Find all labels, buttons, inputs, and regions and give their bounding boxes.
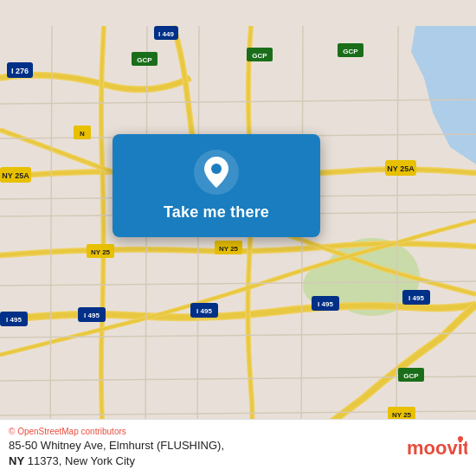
svg-text:GCP: GCP (137, 56, 152, 64)
svg-point-57 (458, 436, 463, 441)
map-svg: I 276 GCP GCP GCP NY 25A NY 25A N NY 25 … (0, 0, 476, 476)
svg-text:N: N (80, 130, 85, 138)
svg-rect-0 (0, 26, 476, 450)
svg-text:I 495: I 495 (196, 307, 212, 315)
address-block: © OpenStreetMap contributors 85-50 Whitn… (9, 427, 398, 469)
bottom-bar: © OpenStreetMap contributors 85-50 Whitn… (0, 419, 476, 476)
address-text: 85-50 Whitney Ave, Elmhurst (FLUSHING), … (9, 438, 398, 469)
svg-text:NY 25A: NY 25A (387, 164, 415, 173)
svg-text:I 449: I 449 (158, 30, 174, 38)
svg-text:moovit: moovit (407, 437, 467, 459)
svg-text:I 495: I 495 (84, 312, 100, 319)
svg-text:NY 25A: NY 25A (2, 171, 29, 180)
svg-text:GCP: GCP (343, 48, 358, 55)
svg-point-55 (211, 164, 222, 174)
svg-text:NY 25: NY 25 (219, 245, 239, 253)
moovit-logo-svg: moovit (407, 434, 467, 461)
svg-text:I 495: I 495 (318, 300, 333, 308)
address-line2: 11373, New York City (24, 454, 135, 467)
app-container: I 276 GCP GCP GCP NY 25A NY 25A N NY 25 … (0, 0, 476, 476)
take-me-there-button[interactable]: Take me there (164, 203, 269, 222)
map-pin-icon (194, 150, 239, 195)
osm-credit[interactable]: © OpenStreetMap contributors (9, 427, 398, 436)
svg-text:NY 25: NY 25 (91, 248, 111, 256)
map-container[interactable]: I 276 GCP GCP GCP NY 25A NY 25A N NY 25 … (0, 0, 476, 476)
svg-text:GCP: GCP (403, 372, 419, 380)
svg-text:I 495: I 495 (6, 316, 22, 324)
address-bold: NY (9, 454, 24, 467)
location-card: Take me there (113, 134, 320, 237)
address-line1: 85-50 Whitney Ave, Elmhurst (FLUSHING), (9, 439, 224, 452)
svg-text:I 276: I 276 (11, 67, 29, 75)
svg-text:I 495: I 495 (408, 294, 424, 302)
svg-text:GCP: GCP (252, 52, 267, 60)
moovit-logo[interactable]: moovit (407, 434, 467, 461)
